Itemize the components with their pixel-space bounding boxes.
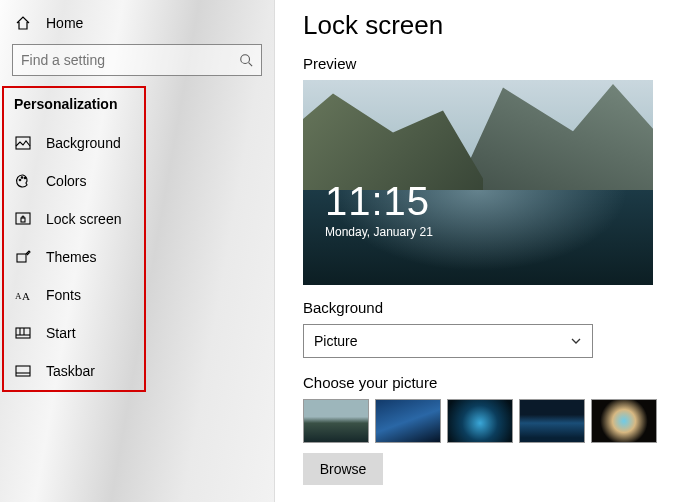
sidebar-item-start[interactable]: Start: [6, 314, 268, 352]
picture-thumbnails: [303, 399, 680, 443]
start-icon: [14, 324, 32, 342]
home-icon: [14, 14, 32, 32]
sidebar-item-themes[interactable]: Themes: [6, 238, 268, 276]
lock-screen-preview: 11:15 Monday, January 21: [303, 80, 653, 285]
search-input-container[interactable]: [12, 44, 262, 76]
sidebar-item-lock-screen[interactable]: Lock screen: [6, 200, 268, 238]
home-label: Home: [46, 15, 83, 31]
background-dropdown[interactable]: Picture: [303, 324, 593, 358]
preview-time: 11:15: [325, 181, 433, 221]
sidebar-item-label: Lock screen: [46, 211, 121, 227]
picture-thumb[interactable]: [447, 399, 513, 443]
dropdown-value: Picture: [314, 333, 358, 349]
sidebar-item-colors[interactable]: Colors: [6, 162, 268, 200]
section-header-personalization: Personalization: [6, 90, 268, 124]
themes-icon: [14, 248, 32, 266]
taskbar-icon: [14, 362, 32, 380]
svg-rect-7: [17, 254, 26, 262]
palette-icon: [14, 172, 32, 190]
picture-thumb[interactable]: [591, 399, 657, 443]
preview-label: Preview: [303, 55, 680, 72]
search-input[interactable]: [21, 52, 239, 68]
svg-point-3: [21, 177, 23, 179]
settings-sidebar: Home Personalization Background Colors: [0, 0, 275, 502]
sidebar-item-background[interactable]: Background: [6, 124, 268, 162]
preview-date: Monday, January 21: [325, 225, 433, 239]
sidebar-item-label: Taskbar: [46, 363, 95, 379]
sidebar-item-label: Themes: [46, 249, 97, 265]
preview-clock: 11:15 Monday, January 21: [325, 181, 433, 239]
svg-text:A: A: [15, 291, 22, 301]
svg-rect-14: [16, 366, 30, 376]
sidebar-item-label: Background: [46, 135, 121, 151]
picture-icon: [14, 134, 32, 152]
sidebar-item-taskbar[interactable]: Taskbar: [6, 352, 268, 390]
sidebar-item-label: Colors: [46, 173, 86, 189]
search-icon: [239, 53, 253, 67]
sidebar-item-fonts[interactable]: A A Fonts: [6, 276, 268, 314]
chevron-down-icon: [570, 335, 582, 347]
svg-rect-10: [16, 328, 30, 338]
sidebar-item-label: Fonts: [46, 287, 81, 303]
browse-button[interactable]: Browse: [303, 453, 383, 485]
svg-text:A: A: [22, 290, 30, 302]
svg-point-2: [19, 179, 21, 181]
choose-picture-label: Choose your picture: [303, 374, 680, 391]
svg-point-0: [241, 55, 250, 64]
home-nav[interactable]: Home: [6, 8, 268, 42]
main-content: Lock screen Preview 11:15 Monday, Januar…: [275, 0, 700, 502]
picture-thumb[interactable]: [519, 399, 585, 443]
svg-point-4: [24, 177, 26, 179]
svg-rect-6: [21, 218, 25, 222]
page-title: Lock screen: [303, 10, 680, 41]
lock-screen-icon: [14, 210, 32, 228]
fonts-icon: A A: [14, 286, 32, 304]
picture-thumb[interactable]: [375, 399, 441, 443]
sidebar-item-label: Start: [46, 325, 76, 341]
picture-thumb[interactable]: [303, 399, 369, 443]
background-label: Background: [303, 299, 680, 316]
